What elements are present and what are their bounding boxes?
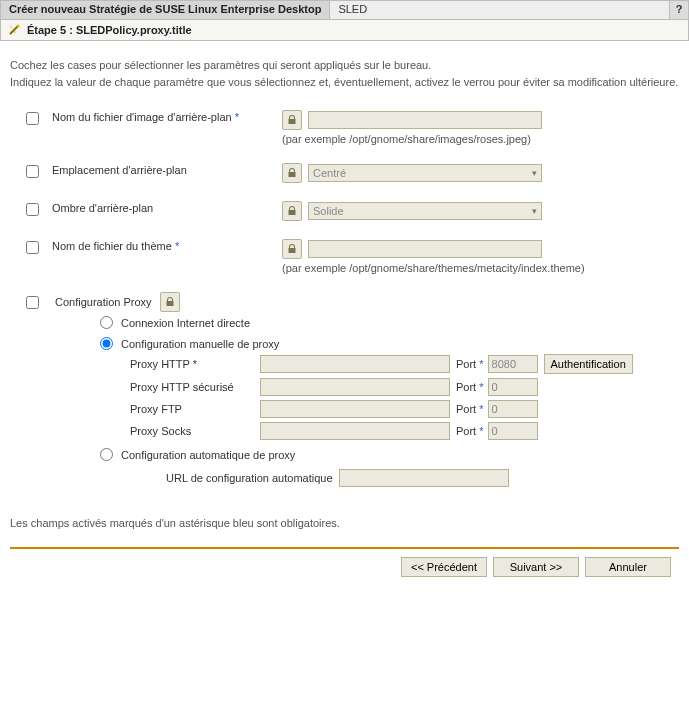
help-button[interactable]: ? (669, 1, 688, 19)
row-bg-placement: Emplacement d'arrière-plan Centré ▾ (10, 163, 679, 183)
hint-theme-file: (par exemple /opt/gnome/share/themes/met… (282, 262, 679, 274)
checkbox-theme-file[interactable] (26, 241, 39, 254)
content-area: Cochez les cases pour sélectionner les p… (0, 41, 689, 587)
intro-text: Cochez les cases pour sélectionner les p… (10, 57, 679, 90)
proxy-https-label: Proxy HTTP sécurisé (130, 381, 260, 393)
checkbox-bg-shade[interactable] (26, 203, 39, 216)
row-theme-file: Nom de fichier du thème * (par exemple /… (10, 239, 679, 274)
checkbox-bg-image[interactable] (26, 112, 39, 125)
window-subtitle: SLED (330, 1, 669, 19)
proxy-section: Connexion Internet directe Configuration… (70, 316, 679, 487)
proxy-https-port-label: Port * (456, 381, 484, 393)
svg-point-3 (14, 31, 16, 33)
select-bg-shade[interactable]: Solide ▾ (308, 202, 542, 220)
proxy-manual-fields: Proxy HTTP * Port * Authentification Pro… (130, 354, 679, 440)
proxy-http-port[interactable] (488, 355, 538, 373)
auto-url-row: URL de configuration automatique (166, 469, 679, 487)
lock-icon[interactable] (282, 110, 302, 130)
step-title: Étape 5 : SLEDPolicy.proxy.title (27, 24, 192, 36)
radio-row-direct: Connexion Internet directe (100, 316, 679, 329)
radio-auto[interactable] (100, 448, 113, 461)
footnote: Les champs activés marqués d'un astérisq… (10, 517, 679, 529)
cancel-button[interactable]: Annuler (585, 557, 671, 577)
step-bar: Étape 5 : SLEDPolicy.proxy.title (0, 19, 689, 41)
intro-line1: Cochez les cases pour sélectionner les p… (10, 57, 679, 74)
window-title: Créer nouveau Stratégie de SUSE Linux En… (1, 1, 330, 19)
auth-button[interactable]: Authentification (544, 354, 633, 374)
lock-icon[interactable] (160, 292, 180, 312)
label-bg-shade: Ombre d'arrière-plan (52, 201, 282, 214)
proxy-ftp-port[interactable] (488, 400, 538, 418)
radio-direct-label: Connexion Internet directe (121, 317, 250, 329)
wizard-icon (7, 23, 21, 37)
proxy-http-label: Proxy HTTP * (130, 358, 260, 370)
radio-manual[interactable] (100, 337, 113, 350)
proxy-ftp-label: Proxy FTP (130, 403, 260, 415)
intro-line2: Indiquez la valeur de chaque paramètre q… (10, 74, 679, 91)
checkbox-bg-placement[interactable] (26, 165, 39, 178)
select-bg-placement[interactable]: Centré ▾ (308, 164, 542, 182)
row-bg-shade: Ombre d'arrière-plan Solide ▾ (10, 201, 679, 221)
label-theme-file: Nom de fichier du thème * (52, 239, 282, 252)
proxy-http-port-label: Port * (456, 358, 484, 370)
radio-row-manual: Configuration manuelle de proxy (100, 337, 679, 350)
radio-auto-label: Configuration automatique de proxy (121, 449, 295, 461)
required-asterisk: * (193, 358, 197, 370)
proxy-ftp-port-label: Port * (456, 403, 484, 415)
auto-url-label: URL de configuration automatique (166, 472, 333, 484)
footer-bar: << Précédent Suivant >> Annuler (10, 547, 679, 577)
proxy-https-port[interactable] (488, 378, 538, 396)
svg-point-2 (10, 26, 12, 28)
proxy-row-socks: Proxy Socks Port * (130, 422, 679, 440)
select-bg-shade-value: Solide (313, 205, 344, 217)
proxy-row-ftp: Proxy FTP Port * (130, 400, 679, 418)
label-bg-placement: Emplacement d'arrière-plan (52, 163, 282, 176)
svg-point-1 (17, 25, 20, 28)
input-bg-image[interactable] (308, 111, 542, 129)
radio-direct[interactable] (100, 316, 113, 329)
label-bg-image: Nom du fichier d'image d'arrière-plan * (52, 110, 282, 123)
proxy-socks-port[interactable] (488, 422, 538, 440)
proxy-https-host[interactable] (260, 378, 450, 396)
proxy-ftp-host[interactable] (260, 400, 450, 418)
proxy-row-https: Proxy HTTP sécurisé Port * (130, 378, 679, 396)
checkbox-proxy-config[interactable] (26, 296, 39, 309)
row-bg-image: Nom du fichier d'image d'arrière-plan * … (10, 110, 679, 145)
prev-button[interactable]: << Précédent (401, 557, 487, 577)
required-asterisk: * (175, 240, 179, 252)
label-proxy-config: Configuration Proxy (55, 296, 152, 308)
radio-manual-label: Configuration manuelle de proxy (121, 338, 279, 350)
proxy-http-host[interactable] (260, 355, 450, 373)
lock-icon[interactable] (282, 201, 302, 221)
proxy-socks-host[interactable] (260, 422, 450, 440)
input-theme-file[interactable] (308, 240, 542, 258)
lock-icon[interactable] (282, 163, 302, 183)
proxy-socks-port-label: Port * (456, 425, 484, 437)
row-proxy-config: Configuration Proxy (26, 292, 679, 312)
required-asterisk: * (235, 111, 239, 123)
proxy-socks-label: Proxy Socks (130, 425, 260, 437)
chevron-down-icon: ▾ (532, 168, 537, 178)
chevron-down-icon: ▾ (532, 206, 537, 216)
title-bar: Créer nouveau Stratégie de SUSE Linux En… (0, 0, 689, 19)
auto-url-input[interactable] (339, 469, 509, 487)
hint-bg-image: (par exemple /opt/gnome/share/images/ros… (282, 133, 679, 145)
lock-icon[interactable] (282, 239, 302, 259)
next-button[interactable]: Suivant >> (493, 557, 579, 577)
proxy-row-http: Proxy HTTP * Port * Authentification (130, 354, 679, 374)
radio-row-auto: Configuration automatique de proxy (100, 448, 679, 461)
select-bg-placement-value: Centré (313, 167, 346, 179)
